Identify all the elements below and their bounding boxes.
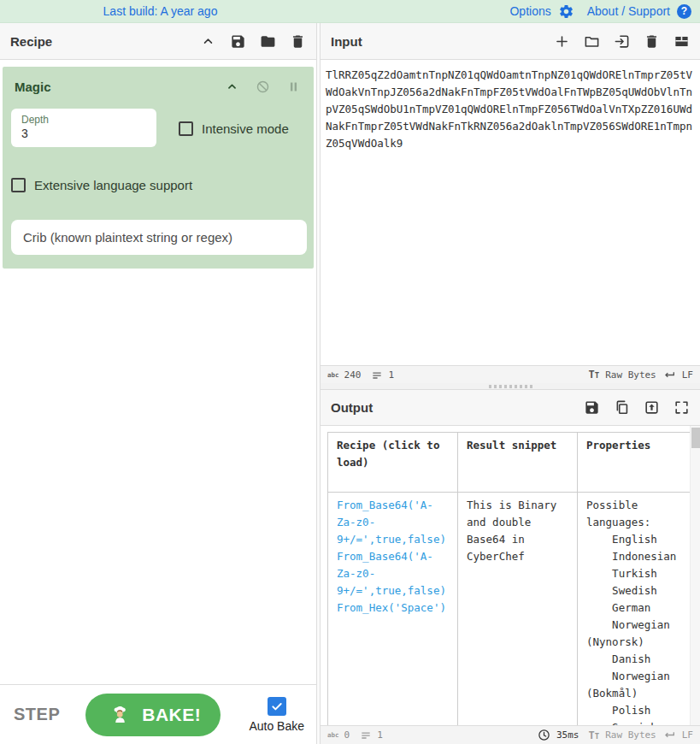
drag-dots [489, 385, 532, 388]
chef-icon [105, 700, 134, 730]
breakpoint-pause-icon[interactable] [285, 78, 302, 95]
input-eol[interactable]: LF [682, 369, 693, 381]
maximize-output-icon[interactable] [673, 399, 690, 416]
column-header-properties: Properties [578, 433, 691, 493]
extensive-language-checkbox-row[interactable]: Extensive language support [11, 178, 302, 192]
recipe-load-link[interactable]: From_Base64('A-Za-z0-9+/=',true,false) [337, 548, 449, 599]
auto-bake-label: Auto Bake [249, 719, 304, 733]
line-count-icon [371, 369, 383, 381]
collapse-op-icon[interactable] [223, 78, 240, 95]
scrollbar-thumb[interactable] [691, 428, 700, 448]
open-file-import-icon[interactable] [613, 32, 630, 50]
eol-return-icon[interactable] [662, 729, 676, 741]
open-folder-icon[interactable] [583, 32, 600, 50]
char-count-icon: abc [327, 371, 339, 379]
intensive-mode-checkbox-row[interactable]: Intensive mode [179, 121, 289, 136]
eol-return-icon[interactable] [662, 369, 676, 381]
output-scrollbar[interactable] [690, 426, 700, 725]
text-type-icon[interactable]: TT [588, 369, 599, 381]
input-line-count: 1 [388, 369, 394, 381]
last-build-text: Last build: A year ago [0, 4, 321, 18]
column-header-recipe: Recipe (click to load) [328, 433, 458, 493]
extensive-language-label: Extensive language support [34, 178, 192, 192]
clock-icon [538, 729, 550, 741]
line-count-icon [360, 729, 372, 741]
intensive-mode-checkbox[interactable] [179, 121, 193, 136]
output-encoding[interactable]: Raw Bytes [605, 729, 656, 741]
text-type-icon[interactable]: TT [588, 729, 599, 741]
depth-input[interactable] [21, 127, 146, 140]
add-input-tab-icon[interactable] [553, 32, 570, 50]
output-title: Output [331, 400, 373, 415]
options-link[interactable]: Options [509, 4, 550, 18]
clear-input-trash-icon[interactable] [643, 32, 660, 50]
input-footer: abc 240 1 TT Raw Bytes LF [321, 365, 700, 383]
output-area[interactable]: Recipe (click to load) Result snippet Pr… [321, 426, 700, 725]
gear-icon[interactable] [558, 3, 575, 20]
properties-cell: Possible languages: English Indonesian T… [578, 493, 691, 726]
output-header: Output [321, 389, 700, 426]
bake-controls-bar: STEP BAKE! Auto [0, 684, 316, 744]
about-support-link[interactable]: About / Support [587, 4, 670, 18]
depth-label: Depth [21, 114, 146, 126]
recipe-load-link[interactable]: From_Base64('A-Za-z0-9+/=',true,false) [337, 497, 449, 548]
input-text: TlRRZ05qZ2dOamtnTnpNZ01qQWdOamtnTnpNZ01q… [326, 67, 695, 152]
result-snippet-cell: This is Binary and double Base64 in Cybe… [458, 493, 578, 726]
step-button[interactable]: STEP [14, 705, 60, 724]
copy-output-icon[interactable] [613, 399, 630, 416]
column-header-result: Result snippet [458, 433, 578, 493]
top-banner: Last build: A year ago Options About / S… [0, 0, 700, 23]
crib-input[interactable] [11, 220, 307, 255]
collapse-recipe-icon[interactable] [199, 32, 216, 50]
output-eol[interactable]: LF [682, 729, 693, 741]
output-line-count: 1 [377, 729, 383, 741]
recipe-header: Recipe [0, 23, 316, 60]
bake-button-label: BAKE! [142, 705, 201, 725]
input-title: Input [331, 34, 362, 49]
bake-button[interactable]: BAKE! [85, 694, 221, 736]
depth-field[interactable]: Depth [11, 109, 156, 147]
save-recipe-icon[interactable] [229, 32, 246, 50]
recipe-panel: Recipe Magic [0, 23, 317, 744]
table-row: From_Base64('A-Za-z0-9+/=',true,false) F… [328, 493, 691, 726]
output-footer: abc 0 1 35ms TT Raw Bytes LF [321, 725, 700, 744]
intensive-mode-label: Intensive mode [202, 121, 289, 136]
operation-title: Magic [11, 80, 51, 94]
char-count-icon: abc [327, 731, 339, 739]
bake-time: 35ms [556, 729, 579, 741]
table-header-row: Recipe (click to load) Result snippet Pr… [328, 433, 691, 493]
auto-bake-checkbox[interactable] [268, 697, 286, 716]
auto-bake-control: Auto Bake [249, 697, 304, 733]
input-textarea[interactable]: TlRRZ05qZ2dOamtnTnpNZ01qQWdOamtnTnpNZ01q… [321, 60, 700, 365]
input-header: Input [321, 23, 700, 60]
extensive-language-checkbox[interactable] [11, 178, 26, 192]
recipe-list[interactable]: Magic Depth [0, 60, 316, 684]
recipe-load-link[interactable]: From_Hex('Space') [337, 599, 449, 617]
save-output-icon[interactable] [583, 399, 600, 416]
output-char-count: 0 [344, 729, 350, 741]
operation-magic[interactable]: Magic Depth [3, 67, 314, 269]
load-recipe-folder-icon[interactable] [259, 32, 276, 50]
pane-resize-handle[interactable] [321, 383, 700, 389]
open-output-in-tab-icon[interactable] [643, 399, 660, 416]
recipe-cell: From_Base64('A-Za-z0-9+/=',true,false) F… [328, 493, 458, 726]
input-tabs-layout-icon[interactable] [673, 32, 690, 50]
clear-recipe-trash-icon[interactable] [289, 32, 306, 50]
input-char-count: 240 [344, 369, 362, 381]
disable-op-icon[interactable] [254, 78, 271, 95]
input-encoding[interactable]: Raw Bytes [605, 369, 656, 381]
recipe-title: Recipe [10, 34, 52, 49]
help-icon[interactable]: ? [677, 4, 691, 19]
magic-results-table: Recipe (click to load) Result snippet Pr… [327, 432, 691, 725]
